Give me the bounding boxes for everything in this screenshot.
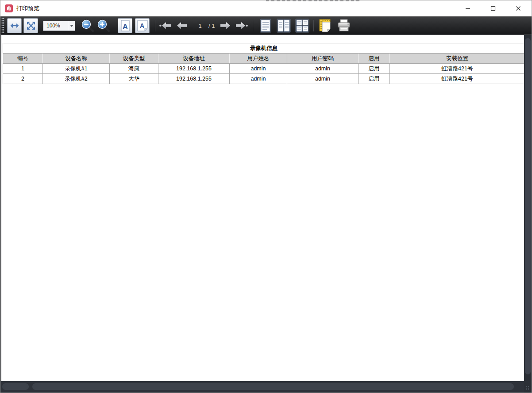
minimize-icon [465,6,470,11]
table-title: 录像机信息 [3,43,525,54]
table-cell: 大华 [110,74,158,84]
background-window-artifact [266,0,360,1]
table-header-cell: 用户姓名 [230,54,287,64]
horizontal-scrollbar-segment[interactable] [2,383,29,390]
table-cell: admin [287,74,359,84]
vertical-scrollbar[interactable] [524,35,532,382]
table-header-row: 编号 设备名称 设备类型 设备地址 用户姓名 用户密码 启用 安装位置 [3,54,525,64]
fit-width-icon [10,21,19,31]
zoom-in-icon [96,19,111,33]
table-cell: 192.168.1.255 [158,64,230,74]
maximize-icon [490,6,496,11]
svg-text:A: A [139,22,144,29]
table-cell: 启用 [359,64,390,74]
zoom-in-button[interactable] [96,17,112,34]
page-setup-button[interactable] [318,17,332,34]
table-cell: 录像机#2 [43,74,110,84]
close-button[interactable] [505,0,531,16]
table-cell: admin [230,64,287,74]
scrollbar-corner [524,381,532,393]
toolbar-separator [253,20,253,31]
table-cell: 启用 [359,74,390,84]
table-cell: admin [287,64,359,74]
table-header-cell: 设备类型 [110,54,158,64]
fit-width-button[interactable] [7,18,22,33]
single-page-view-button[interactable] [258,17,273,34]
table-cell: 虹漕路421号 [390,64,525,74]
minimize-button[interactable] [455,0,480,16]
zoom-level-dropdown[interactable]: 100% [43,21,75,31]
page-count-label: / 1 [208,23,215,29]
table-cell: 虹漕路421号 [390,74,525,84]
four-page-icon [295,19,309,33]
resize-grip-icon[interactable] [526,385,530,390]
portrait-a-icon: A [120,19,131,32]
zoom-level-value: 100% [46,23,68,29]
prev-page-arrow-icon [176,21,188,30]
table-cell: 录像机#1 [43,64,110,74]
close-icon [516,6,521,11]
print-preview-window: 打印预览 [0,0,532,393]
window-title: 打印预览 [16,4,39,12]
table-header-cell: 设备名称 [43,54,110,64]
print-button[interactable] [336,17,352,34]
toolbar-separator [313,20,314,31]
toolbar-separator [155,20,155,31]
last-page-button[interactable] [235,17,248,34]
ghost-app-icon [5,4,13,12]
zoom-out-icon [81,19,95,33]
prev-page-button[interactable] [176,17,188,34]
first-page-arrow-icon [159,21,172,30]
two-page-view-button[interactable] [276,17,291,34]
zoom-out-button[interactable] [80,17,96,34]
window-controls [455,0,531,16]
single-page-icon [260,19,271,33]
first-page-button[interactable] [159,17,172,34]
page-landscape-button[interactable]: A [135,18,150,33]
table-cell: 海康 [110,64,158,74]
table-header-cell: 编号 [3,54,43,64]
svg-text:A: A [122,23,127,31]
title-bar: 打印预览 [0,0,532,16]
toolbar: 100% [0,16,532,35]
last-page-arrow-icon [235,21,248,30]
zoom-dropdown-arrow-zone[interactable] [68,21,75,31]
table-header-cell: 用户密码 [287,54,359,64]
table-cell: 2 [3,74,43,84]
page-setup-icon [319,19,332,33]
preview-table: 录像机信息 编号 设备名称 设备类型 设备地址 用户姓名 用户密码 启用 安装位… [3,43,525,84]
maximize-button[interactable] [480,0,505,16]
fit-page-button[interactable] [23,18,38,33]
toolbar-grip-handle[interactable] [1,18,4,34]
table-header-cell: 安装位置 [390,54,525,64]
four-page-view-button[interactable] [295,17,310,34]
next-page-button[interactable] [219,17,231,34]
two-page-icon [277,19,291,33]
table-cell: 1 [3,64,43,74]
table-row: 1 录像机#1 海康 192.168.1.255 admin admin 启用 … [3,64,525,74]
horizontal-scrollbar[interactable] [0,381,524,393]
table-cell: 192.168.1.255 [158,74,230,84]
table-header-cell: 启用 [359,54,390,64]
next-page-arrow-icon [220,21,231,30]
fit-page-icon [26,21,36,31]
current-page-field[interactable]: 1 [195,23,205,29]
chevron-down-icon [70,25,73,27]
table-row: 2 录像机#2 大华 192.168.1.255 admin admin 启用 … [3,74,525,84]
printer-icon [337,19,351,32]
page-portrait-button[interactable]: A [118,18,132,33]
preview-area: 录像机信息 编号 设备名称 设备类型 设备地址 用户姓名 用户密码 启用 安装位… [0,35,532,393]
horizontal-scrollbar-thumb[interactable] [32,383,514,390]
table-cell: admin [230,74,287,84]
table-header-cell: 设备地址 [158,54,230,64]
page-left-edge [0,35,1,382]
vertical-scrollbar-thumb[interactable] [525,38,531,374]
landscape-a-icon: A [137,19,148,32]
